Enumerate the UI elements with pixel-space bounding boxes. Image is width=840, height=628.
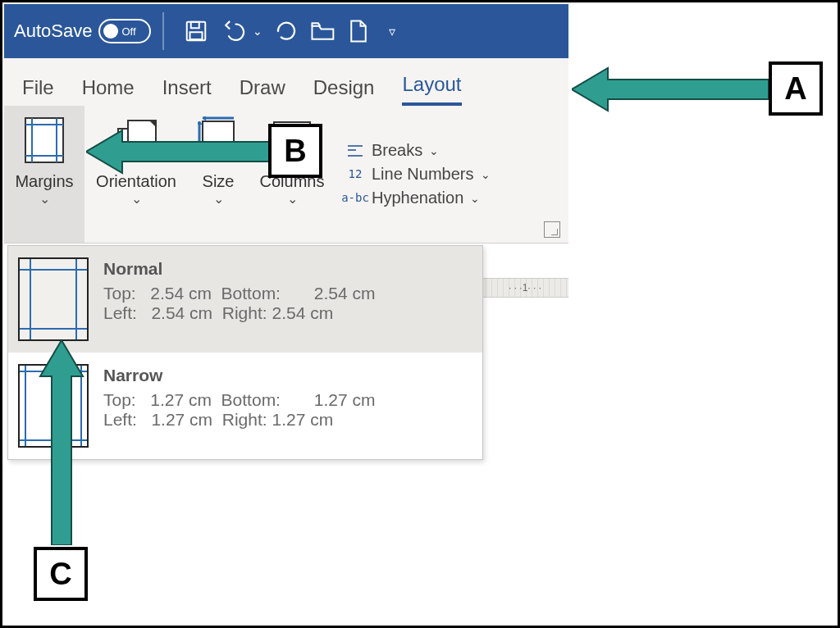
narrow-margin-info: Narrow Top: 1.27 cm Bottom: 1.27 cm Left… <box>103 364 376 448</box>
label-bottom: Bottom: <box>221 284 281 303</box>
value-left: 1.27 cm <box>151 410 212 430</box>
label-top: Top: <box>103 390 136 410</box>
hyphenation-label: Hyphenation <box>372 189 463 207</box>
save-icon[interactable] <box>184 19 208 43</box>
undo-icon[interactable] <box>220 19 248 43</box>
new-doc-icon[interactable] <box>348 19 369 43</box>
value-top: 2.54 cm <box>150 284 212 303</box>
option-title: Narrow <box>103 366 376 385</box>
margins-label: Margins <box>15 173 73 189</box>
svg-marker-24 <box>40 340 83 545</box>
tab-design[interactable]: Design <box>313 76 375 106</box>
callout-text-c: C <box>49 557 71 592</box>
chevron-down-icon: ⌄ <box>39 191 50 207</box>
horizontal-ruler: · · · 1 · · · <box>480 278 568 298</box>
svg-rect-1 <box>191 22 199 29</box>
normal-margin-thumb <box>18 257 89 341</box>
callout-arrow-c <box>35 340 88 545</box>
option-title: Normal <box>103 259 376 279</box>
ribbon-tabs: File Home Insert Draw Design Layout <box>4 58 568 106</box>
open-icon[interactable] <box>310 20 336 43</box>
titlebar: AutoSave Off ⌄ <box>4 4 568 58</box>
breaks-label: Breaks <box>372 141 422 160</box>
page-setup-extras: Breaks ⌄ 12 Line Numbers ⌄ a-bc Hyphenat… <box>336 106 499 243</box>
value-top: 1.27 cm <box>150 390 212 410</box>
tab-draw[interactable]: Draw <box>240 76 285 106</box>
callout-label-c: C <box>34 547 88 601</box>
chevron-down-icon: ⌄ <box>470 192 480 205</box>
word-window: AutoSave Off ⌄ <box>4 4 568 498</box>
chevron-down-icon: ⌄ <box>429 144 439 157</box>
quick-access-toolbar: ⌄ ▿ <box>184 19 395 43</box>
undo-dropdown-icon[interactable]: ⌄ <box>253 25 262 38</box>
line-numbers-button[interactable]: 12 Line Numbers ⌄ <box>345 165 491 184</box>
label-right: Right: <box>222 410 267 430</box>
normal-margin-info: Normal Top: 2.54 cm Bottom: 2.54 cm Left… <box>103 257 376 341</box>
qat-customize-icon[interactable]: ▿ <box>389 24 395 39</box>
callout-arrow-a <box>572 63 769 116</box>
callout-label-a: A <box>769 61 823 116</box>
label-right: Right: <box>222 303 267 323</box>
hyphenation-icon: a-bc <box>345 190 365 207</box>
svg-rect-2 <box>190 32 203 39</box>
svg-marker-23 <box>86 130 276 173</box>
value-right: 1.27 cm <box>272 410 333 430</box>
value-right: 2.54 cm <box>272 303 333 323</box>
hyphenation-button[interactable]: a-bc Hyphenation ⌄ <box>345 189 491 207</box>
value-left: 2.54 cm <box>151 303 212 323</box>
callout-text-b: B <box>284 134 306 169</box>
callout-arrow-b <box>86 125 276 178</box>
label-left: Left: <box>103 303 137 323</box>
label-left: Left: <box>103 410 137 430</box>
value-bottom: 1.27 cm <box>314 390 376 410</box>
breaks-icon <box>345 143 365 159</box>
toggle-knob <box>103 24 118 39</box>
callout-label-b: B <box>268 124 322 178</box>
callout-text-a: A <box>784 71 806 107</box>
tutorial-frame: AutoSave Off ⌄ <box>0 0 840 628</box>
tab-home[interactable]: Home <box>82 76 135 106</box>
chevron-down-icon: ⌄ <box>287 191 298 207</box>
page-setup-launcher-area <box>544 106 568 243</box>
line-numbers-label: Line Numbers <box>372 165 474 184</box>
titlebar-separator <box>162 12 164 50</box>
chevron-down-icon: ⌄ <box>213 191 224 207</box>
redo-icon[interactable] <box>274 19 299 43</box>
tab-file[interactable]: File <box>22 76 54 106</box>
margins-button[interactable]: Margins ⌄ <box>4 106 84 243</box>
autosave-toggle[interactable]: AutoSave Off <box>14 19 151 43</box>
value-bottom: 2.54 cm <box>314 284 376 303</box>
svg-marker-22 <box>572 68 769 111</box>
chevron-down-icon: ⌄ <box>131 191 142 207</box>
breaks-button[interactable]: Breaks ⌄ <box>345 141 491 160</box>
label-bottom: Bottom: <box>221 390 281 410</box>
margins-icon <box>20 112 69 168</box>
autosave-state: Off <box>121 25 135 38</box>
autosave-switch[interactable]: Off <box>98 19 151 43</box>
chevron-down-icon: ⌄ <box>481 168 491 181</box>
tab-layout[interactable]: Layout <box>402 73 461 106</box>
line-numbers-icon: 12 <box>345 166 365 183</box>
tab-insert[interactable]: Insert <box>162 76 212 106</box>
margins-option-normal[interactable]: Normal Top: 2.54 cm Bottom: 2.54 cm Left… <box>8 246 482 353</box>
autosave-label: AutoSave <box>14 20 92 42</box>
label-top: Top: <box>103 284 136 303</box>
ruler-tick-1: 1 <box>523 282 528 294</box>
dialog-launcher-icon[interactable] <box>544 221 560 238</box>
